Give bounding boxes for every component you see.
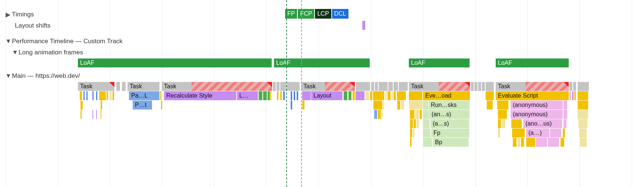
flame-slice[interactable] <box>107 91 108 100</box>
disclosure-right-icon[interactable]: ▶ <box>5 11 10 19</box>
flame-slice[interactable] <box>99 91 106 100</box>
badge-lcp[interactable]: LCP <box>315 9 331 19</box>
flame-slice[interactable] <box>374 110 377 119</box>
task-slice[interactable] <box>287 82 300 91</box>
flame-slice[interactable] <box>160 91 161 100</box>
flame-slice[interactable] <box>397 101 400 110</box>
task-bar[interactable] <box>439 82 470 91</box>
flame-slice[interactable] <box>378 110 381 119</box>
flame-slice[interactable] <box>348 91 351 100</box>
flame-slice[interactable] <box>291 101 292 110</box>
flame-slice[interactable] <box>259 91 262 100</box>
flame-slice[interactable] <box>101 110 101 119</box>
flame-slice[interactable] <box>498 119 501 128</box>
disclosure-down-icon[interactable]: ▼ <box>5 38 10 45</box>
flame-slice[interactable] <box>394 91 396 100</box>
flame-slice[interactable] <box>511 119 522 128</box>
flame-slice[interactable] <box>550 129 561 137</box>
disclosure-down-icon[interactable]: ▼ <box>12 49 17 56</box>
flame-layout_short[interactable]: L… <box>237 91 258 100</box>
task-slice[interactable] <box>486 82 494 91</box>
task-bar[interactable]: Task <box>162 82 192 91</box>
flame-slice[interactable] <box>423 119 430 128</box>
flame-slice[interactable] <box>410 119 413 128</box>
flame-anonymous_tiny[interactable]: (a…) <box>526 129 549 137</box>
flame-slice[interactable] <box>498 110 507 119</box>
flame-anon_short2[interactable]: (a…s) <box>430 119 469 128</box>
flame-lane-7[interactable]: Bp <box>0 138 644 147</box>
flame-slice[interactable] <box>517 138 520 147</box>
task-slice[interactable] <box>482 82 485 91</box>
badge-fcp[interactable]: FCP <box>298 9 314 19</box>
disclosure-down-icon[interactable]: ▼ <box>5 72 10 80</box>
flame-slice[interactable] <box>80 110 82 119</box>
flame-slice[interactable] <box>548 138 559 147</box>
task-slice[interactable] <box>388 82 393 91</box>
flame-slice[interactable] <box>297 91 298 100</box>
flame-slice[interactable] <box>280 91 282 100</box>
task-slice[interactable] <box>122 82 126 91</box>
flame-slice[interactable] <box>580 138 587 147</box>
task-bar[interactable] <box>192 82 272 91</box>
flame-slice[interactable] <box>294 91 295 100</box>
flame-slice[interactable] <box>302 91 311 100</box>
task-slice[interactable] <box>273 82 276 91</box>
flame-slice[interactable] <box>574 91 576 100</box>
flame-slice[interactable] <box>423 110 429 119</box>
loaf-bar[interactable]: LoAF <box>409 58 470 67</box>
badge-dcl[interactable]: DCL <box>332 9 348 19</box>
flame-anonymous_short[interactable]: (ano…us) <box>523 119 562 128</box>
flame-slice[interactable] <box>578 110 588 119</box>
task-lane[interactable]: TaskTaskTaskTaskTaskTask <box>0 82 644 91</box>
flame-slice[interactable] <box>578 91 588 100</box>
flame-slice[interactable] <box>561 138 564 147</box>
flame-slice[interactable] <box>526 138 535 147</box>
flame-slice[interactable] <box>564 101 567 110</box>
flame-slice[interactable] <box>373 101 382 110</box>
task-slice[interactable] <box>471 82 474 91</box>
flame-slice[interactable] <box>536 138 547 147</box>
flame-slice[interactable] <box>373 91 384 100</box>
loaf-bar[interactable]: LoAF <box>78 58 272 67</box>
task-bar[interactable]: Task <box>301 82 325 91</box>
flame-slice[interactable] <box>423 138 432 147</box>
flame-slice[interactable] <box>486 91 494 100</box>
flame-slice[interactable] <box>83 91 85 100</box>
flame-slice[interactable] <box>365 91 369 100</box>
task-slice[interactable] <box>116 82 120 91</box>
flame-slice[interactable] <box>370 91 372 100</box>
task-slice[interactable] <box>478 82 481 91</box>
loaf-lane[interactable]: LoAFLoAFLoAFLoAF <box>0 58 644 67</box>
flame-anonymous[interactable]: (anonymous) <box>511 101 563 110</box>
flame-lane-3[interactable]: P…tRun…sks(anonymous) <box>0 101 644 110</box>
flame-slice[interactable] <box>498 129 500 137</box>
flame-lane-6[interactable]: Fp(a…) <box>0 129 644 137</box>
task-slice[interactable] <box>474 82 477 91</box>
badge-fp[interactable]: FP <box>285 9 297 19</box>
flame-run_tasks[interactable]: Run…sks <box>429 101 470 110</box>
flame-slice[interactable] <box>564 110 567 119</box>
flame-slice[interactable] <box>401 101 404 110</box>
flame-slice[interactable] <box>161 101 162 110</box>
flame-recalculate_style[interactable]: Recalculate Style <box>164 91 236 100</box>
perf-timeline-header[interactable]: ▼ Performance Timeline — Custom Track <box>0 36 644 47</box>
task-slice[interactable] <box>573 82 576 91</box>
flame-slice[interactable] <box>391 91 393 100</box>
flame-slice[interactable] <box>382 110 383 119</box>
flame-slice[interactable] <box>569 91 571 100</box>
flame-slice[interactable] <box>80 101 83 110</box>
flame-bp[interactable]: Bp <box>433 138 468 147</box>
flame-slice[interactable] <box>356 91 364 100</box>
timings-track-header[interactable]: ▶ Timings FP FCP LCP DCL <box>0 9 644 20</box>
flame-slice[interactable] <box>572 91 574 100</box>
flame-slice[interactable] <box>487 101 493 110</box>
task-bar[interactable] <box>578 82 589 91</box>
task-slice[interactable] <box>379 82 388 91</box>
flame-slice[interactable] <box>420 110 422 119</box>
loaf-bar[interactable]: LoAF <box>496 58 569 67</box>
flame-layout[interactable]: Layout <box>311 91 342 100</box>
task-slice[interactable] <box>375 82 378 91</box>
flame-slice[interactable] <box>502 119 505 128</box>
task-slice[interactable] <box>569 82 572 91</box>
long-frames-header[interactable]: ▼ Long animation frames <box>0 47 644 58</box>
